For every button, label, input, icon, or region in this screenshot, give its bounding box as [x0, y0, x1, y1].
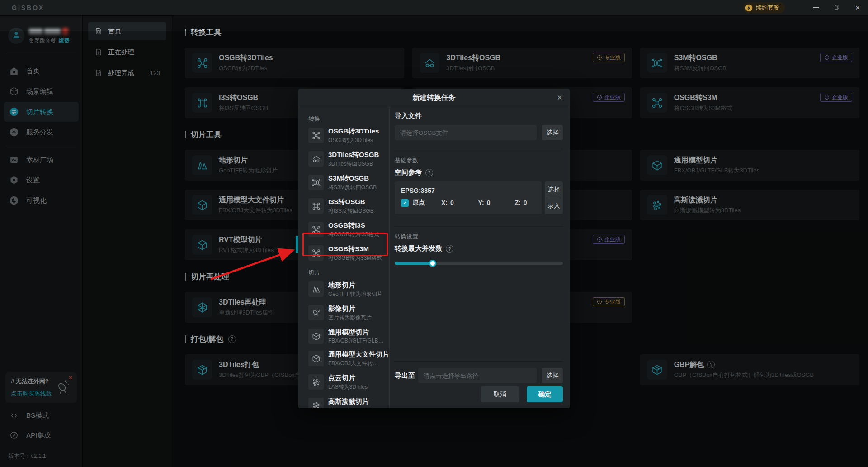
basic-params-label: 基础参数	[395, 157, 418, 165]
list-item-subtitle: LAS转为3DTiles	[328, 383, 368, 391]
list-item-title: S3M转OSGB	[328, 175, 377, 182]
home-drone-icon	[308, 151, 324, 167]
conversion-type-list: 转换OSGB转3DTilesOSGB转为3DTiles3DTiles转OSGB3…	[298, 107, 390, 408]
list-item-title: 地形切片	[328, 281, 382, 289]
export-row: 导出至 选择	[395, 368, 563, 383]
s3m-icon	[308, 175, 324, 190]
list-item-影像切片[interactable]: 影像切片图片转为影像瓦片	[308, 305, 389, 322]
spatial-ref-label: 空间参考	[395, 168, 433, 177]
epsg-value: EPSG:3857	[401, 187, 535, 194]
minimize-icon	[813, 7, 819, 8]
origin-checkbox[interactable]	[401, 199, 409, 207]
list-item-通用模型切片[interactable]: 通用模型切片FBX/OBJ/GLTF/GLB…	[308, 329, 389, 344]
dialog-title: 新建转换任务	[412, 93, 456, 103]
list-item-title: 影像切片	[328, 305, 372, 312]
satellite-icon	[308, 305, 324, 320]
dialog-close-icon[interactable]: ✕	[550, 89, 570, 107]
list-item-subtitle: FBX/OBJ/GLTF/GLB…	[328, 338, 383, 344]
dots-icon	[308, 374, 324, 390]
list-item-title: 3DTiles转OSGB	[328, 151, 379, 158]
spatial-ref-actions: 选择 录入	[545, 181, 563, 214]
help-icon[interactable]	[446, 245, 453, 253]
list-item-I3S转OSGB[interactable]: I3S转OSGB将I3S反转回OSGB	[308, 198, 389, 215]
slider-handle[interactable]	[429, 260, 436, 267]
renew-plan-label: 续约套餐	[756, 4, 779, 12]
i3s-icon	[308, 198, 324, 214]
dots-icon	[308, 398, 324, 408]
list-item-subtitle: 将OSGB转为S3M格式	[328, 254, 382, 262]
list-item-OSGB转3DTiles[interactable]: OSGB转3DTilesOSGB转为3DTiles	[308, 128, 389, 144]
list-item-S3M转OSGB[interactable]: S3M转OSGB将S3M反转回OSGB	[308, 175, 389, 191]
list-item-OSGB转S3M[interactable]: OSGB转S3M将OSGB转为S3M格式	[308, 245, 389, 262]
list-item-3DTiles转OSGB[interactable]: 3DTiles转OSGB3DTiles转回OSGB	[308, 151, 389, 168]
cube-icon	[308, 351, 324, 366]
drone-icon	[308, 222, 324, 237]
titlebar: GISBOX 续约套餐 ✕	[0, 0, 868, 16]
restore-icon	[834, 4, 840, 12]
list-item-OSGB转I3S[interactable]: OSGB转I3S将OSGB转为I3S格式	[308, 222, 389, 238]
list-item-subtitle: FBX/OBJ大文件转…	[328, 360, 386, 367]
list-item-title: I3S转OSGB	[328, 198, 374, 205]
list-group-label: 切片	[308, 269, 389, 277]
export-choose-button[interactable]: 选择	[542, 368, 563, 383]
list-item-subtitle: 图片转为影像瓦片	[328, 314, 372, 322]
confirm-button[interactable]: 确定	[527, 386, 563, 402]
list-item-title: 点云切片	[328, 374, 368, 381]
list-item-title: 通用模型切片	[328, 329, 383, 336]
import-choose-button[interactable]: 选择	[542, 125, 563, 140]
restore-button[interactable]	[826, 0, 847, 15]
list-item-subtitle: 高斯泼溅模型转为3…	[328, 407, 380, 408]
export-path-input[interactable]	[418, 368, 537, 383]
list-item-title: OSGB转I3S	[328, 222, 379, 229]
list-item-title: OSGB转S3M	[328, 245, 382, 253]
spatial-select-button[interactable]: 选择	[545, 181, 563, 198]
drone-icon	[308, 245, 324, 261]
drone-icon	[308, 128, 324, 143]
list-item-高斯泼溅切片[interactable]: 高斯泼溅切片高斯泼溅模型转为3…	[308, 398, 389, 408]
spatial-entry-button[interactable]: 录入	[545, 198, 563, 214]
list-item-title: 高斯泼溅切片	[328, 398, 380, 405]
list-item-title: OSGB转3DTiles	[328, 128, 379, 135]
new-conversion-task-dialog: 新建转换任务 ✕ 转换OSGB转3DTilesOSGB转为3DTiles3DTi…	[298, 89, 570, 408]
origin-label: 原点	[412, 199, 425, 207]
list-item-subtitle: OSGB转为3DTiles	[328, 137, 379, 144]
list-item-subtitle: GeoTIFF转为地形切片	[328, 291, 382, 298]
convert-settings-label: 转换设置	[395, 233, 418, 241]
import-file-label: 导入文件	[395, 112, 422, 120]
cancel-button[interactable]: 取消	[481, 386, 519, 402]
spatial-ref-box: EPSG:3857 原点 X:0 Y:0 Z:0	[395, 181, 542, 214]
app-logo: GISBOX	[12, 4, 44, 11]
list-item-通用模型大文件切片[interactable]: 通用模型大文件切片FBX/OBJ大文件转…	[308, 351, 389, 367]
cube-icon	[308, 329, 324, 344]
close-window-button[interactable]: ✕	[847, 0, 868, 15]
list-item-subtitle: 将OSGB转为I3S格式	[328, 231, 379, 238]
list-item-subtitle: 3DTiles转回OSGB	[328, 160, 379, 168]
slider-fill	[395, 262, 433, 265]
coord-z: Z:0	[515, 199, 527, 206]
export-label: 导出至	[395, 372, 418, 380]
terrain-icon	[308, 281, 324, 297]
bolt-icon	[745, 4, 753, 12]
coord-x: X:0	[441, 199, 454, 206]
concurrency-label: 转换最大并发数	[395, 244, 453, 253]
close-icon: ✕	[855, 4, 860, 11]
divider	[395, 226, 563, 227]
import-file-row: 选择	[395, 125, 563, 140]
coord-y: Y:0	[478, 199, 491, 206]
list-item-title: 通用模型大文件切片	[328, 351, 389, 358]
import-file-input[interactable]	[395, 125, 537, 140]
minimize-button[interactable]	[806, 0, 826, 15]
list-item-subtitle: 将I3S反转回OSGB	[328, 207, 374, 215]
list-item-地形切片[interactable]: 地形切片GeoTIFF转为地形切片	[308, 281, 389, 298]
divider	[395, 149, 563, 149]
concurrency-slider[interactable]	[395, 260, 563, 267]
help-icon[interactable]	[425, 169, 433, 176]
list-group-label: 转换	[308, 115, 389, 123]
list-item-subtitle: 将S3M反转回OSGB	[328, 184, 377, 191]
divider	[395, 361, 563, 362]
renew-plan-button[interactable]: 续约套餐	[743, 2, 785, 13]
list-item-点云切片[interactable]: 点云切片LAS转为3DTiles	[308, 374, 389, 391]
